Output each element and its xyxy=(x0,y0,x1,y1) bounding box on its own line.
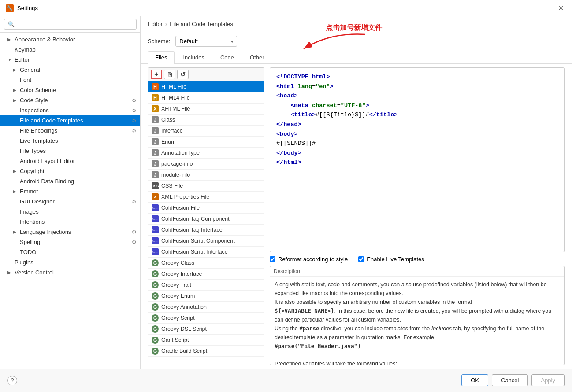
sidebar-item-gui-designer[interactable]: GUI Designer ⚙ xyxy=(0,196,140,207)
template-item-label: HTML4 File xyxy=(161,95,190,101)
tab-code[interactable]: Code xyxy=(213,51,241,63)
sidebar-item-inspections[interactable]: Inspections ⚙ xyxy=(0,105,140,115)
sidebar-item-version-control[interactable]: ▶ Version Control xyxy=(0,267,140,277)
code-editor[interactable]: <!DOCTYPE html> <html lang="en"> <head> … xyxy=(270,67,565,252)
apply-button[interactable]: Apply xyxy=(531,374,565,386)
template-item-groovy-annotation[interactable]: G Groovy Annotation xyxy=(148,302,264,313)
copy-template-button[interactable]: ⎘ xyxy=(164,70,175,79)
live-templates-checkbox[interactable] xyxy=(358,256,364,262)
groovy-interface-icon: G xyxy=(152,270,159,277)
template-item-label: ColdFusion Tag Component xyxy=(161,216,230,222)
sidebar-item-android-layout[interactable]: Android Layout Editor xyxy=(0,156,140,166)
template-item-css[interactable]: CSS CSS File xyxy=(148,181,264,192)
footer-left: ? xyxy=(7,376,17,385)
template-item-label: Gradle Build Script xyxy=(161,348,207,354)
close-button[interactable]: ✕ xyxy=(555,3,566,13)
template-item-module-info[interactable]: J module-info xyxy=(148,170,264,181)
annotation-type-icon: J xyxy=(152,149,159,156)
template-item-groovy-class[interactable]: G Groovy Class xyxy=(148,258,264,269)
description-title: Description xyxy=(270,266,564,277)
tab-files[interactable]: Files xyxy=(148,51,175,64)
template-item-coldfusion-file[interactable]: CF ColdFusion File xyxy=(148,203,264,214)
sidebar-item-appearance[interactable]: ▶ Appearance & Behavior xyxy=(0,34,140,44)
scheme-select-wrapper: Default xyxy=(175,36,237,47)
list-toolbar: + ⎘ ↺ xyxy=(148,68,264,81)
template-item-xml-properties[interactable]: X XML Properties File xyxy=(148,192,264,203)
template-item-cf-script-component[interactable]: CF ColdFusion Script Component xyxy=(148,236,264,247)
sidebar-item-font[interactable]: Font xyxy=(0,75,140,85)
template-item-label: Class xyxy=(161,117,175,123)
template-item-label: Groovy Annotation xyxy=(161,304,207,310)
live-templates-checkbox-label[interactable]: Enable Live Templates xyxy=(358,256,424,263)
ok-button[interactable]: OK xyxy=(461,374,488,386)
add-template-button[interactable]: + xyxy=(151,70,162,79)
code-line-2: <html lang="en"> xyxy=(276,82,558,92)
sidebar-item-file-encodings[interactable]: File Encodings ⚙ xyxy=(0,126,140,136)
breadcrumb: Editor › File and Code Templates xyxy=(141,16,572,31)
template-item-xhtml[interactable]: X XHTML File xyxy=(148,104,264,115)
reformat-checkbox[interactable] xyxy=(270,256,275,262)
sidebar-item-keymap[interactable]: Keymap xyxy=(0,44,140,55)
cf-script-interface-icon: CF xyxy=(152,248,159,255)
scheme-select[interactable]: Default xyxy=(175,36,237,47)
sidebar-item-color-scheme[interactable]: ▶ Color Scheme xyxy=(0,85,140,95)
template-item-html4[interactable]: H HTML4 File xyxy=(148,92,264,104)
template-item-groovy-script[interactable]: G Groovy Script xyxy=(148,313,264,324)
html4-file-icon: H xyxy=(152,94,159,101)
sidebar-item-general[interactable]: ▶ General xyxy=(0,65,140,75)
sidebar-item-todo[interactable]: TODO xyxy=(0,247,140,257)
title-bar-left: 🔧 Settings xyxy=(6,4,38,12)
settings-icon: ⚙ xyxy=(132,128,137,134)
sidebar-item-file-code-templates[interactable]: File and Code Templates ⚙ xyxy=(0,115,140,126)
template-item-html[interactable]: H HTML File xyxy=(148,81,264,92)
tab-includes[interactable]: Includes xyxy=(175,51,212,63)
template-item-package-info[interactable]: J package-info xyxy=(148,159,264,170)
template-item-class[interactable]: J Class xyxy=(148,115,264,126)
template-item-groovy-trait[interactable]: G Groovy Trait xyxy=(148,280,264,291)
template-item-cf-tag-component[interactable]: CF ColdFusion Tag Component xyxy=(148,214,264,225)
template-item-gant-script[interactable]: G Gant Script xyxy=(148,335,264,346)
code-line-3: <head> xyxy=(276,91,558,101)
tab-other[interactable]: Other xyxy=(242,51,272,63)
template-item-cf-script-interface[interactable]: CF ColdFusion Script Interface xyxy=(148,247,264,258)
cf-file-icon: CF xyxy=(152,204,159,211)
template-item-annotation-type[interactable]: J AnnotationType xyxy=(148,148,264,159)
code-line-1: <!DOCTYPE html> xyxy=(276,72,558,82)
sidebar-item-editor[interactable]: ▼ Editor xyxy=(0,55,140,65)
cf-script-component-icon: CF xyxy=(152,237,159,244)
sidebar: ▶ Appearance & Behavior Keymap ▼ Editor … xyxy=(0,16,141,369)
template-item-label: Enum xyxy=(161,139,176,145)
template-item-enum[interactable]: J Enum xyxy=(148,137,264,148)
template-item-label: AnnotationType xyxy=(161,150,200,156)
sidebar-item-images[interactable]: Images xyxy=(0,207,140,217)
sidebar-item-spelling[interactable]: Spelling ⚙ xyxy=(0,237,140,247)
code-panel: <!DOCTYPE html> <html lang="en"> <head> … xyxy=(270,67,565,365)
sidebar-item-live-templates[interactable]: Live Templates xyxy=(0,136,140,146)
revert-template-button[interactable]: ↺ xyxy=(177,70,189,79)
sidebar-item-android-data-binding[interactable]: Android Data Binding xyxy=(0,176,140,186)
sidebar-item-copyright[interactable]: ▶ Copyright xyxy=(0,166,140,176)
template-item-label: CSS File xyxy=(161,183,183,189)
template-item-label: ColdFusion Script Interface xyxy=(161,249,228,255)
template-item-label: Groovy Script xyxy=(161,315,195,321)
settings-icon: ⚙ xyxy=(132,199,137,205)
template-item-gradle-build-script[interactable]: G Gradle Build Script xyxy=(148,346,264,357)
template-item-groovy-dsl-script[interactable]: G Groovy DSL Script xyxy=(148,324,264,335)
app-icon: 🔧 xyxy=(6,4,14,12)
sidebar-item-language-injections[interactable]: ▶ Language Injections ⚙ xyxy=(0,227,140,237)
template-item-groovy-interface[interactable]: G Groovy Interface xyxy=(148,269,264,280)
dialog-footer: ? OK Cancel Apply xyxy=(0,369,572,392)
help-button[interactable]: ? xyxy=(7,376,17,385)
template-item-cf-tag-interface[interactable]: CF ColdFusion Tag Interface xyxy=(148,225,264,236)
sidebar-item-emmet[interactable]: ▶ Emmet xyxy=(0,186,140,196)
sidebar-item-file-types[interactable]: File Types xyxy=(0,146,140,156)
reformat-checkbox-label[interactable]: Reformat according to style xyxy=(270,256,348,263)
sidebar-item-code-style[interactable]: ▶ Code Style ⚙ xyxy=(0,95,140,105)
search-input[interactable] xyxy=(4,19,137,30)
sidebar-item-plugins[interactable]: Plugins xyxy=(0,257,140,267)
template-item-groovy-enum[interactable]: G Groovy Enum xyxy=(148,291,264,302)
cancel-button[interactable]: Cancel xyxy=(492,374,528,386)
sidebar-item-intentions[interactable]: Intentions xyxy=(0,217,140,227)
interface-file-icon: J xyxy=(152,127,159,134)
template-item-interface[interactable]: J Interface xyxy=(148,126,264,137)
